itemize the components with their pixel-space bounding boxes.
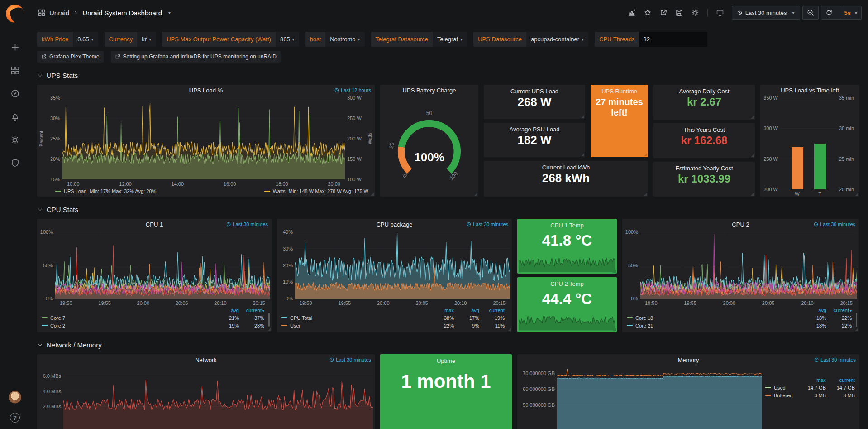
cpu-package-graph[interactable]: 40%30%20%10%0%19:5019:5520:0020:0520:102… [277, 230, 512, 306]
plot-area[interactable] [295, 232, 510, 299]
section-network-memory[interactable]: Network / Memory [37, 338, 861, 352]
panel-time-override[interactable]: Last 12 hours [334, 87, 371, 93]
sidebar-item-configuration[interactable] [10, 134, 20, 145]
network-graph[interactable]: 6.0 MBs4.0 MBs2.0 MBs [37, 366, 375, 429]
section-ups-stats[interactable]: UPS Stats [37, 68, 861, 82]
legend-series-name[interactable]: Core 7 [42, 315, 214, 321]
panel-time-override[interactable]: Last 30 minutes [814, 357, 856, 362]
legend-header-current[interactable]: current▾ [239, 308, 264, 313]
legend-header-avg[interactable]: avg [454, 308, 479, 313]
legend-series-name[interactable]: Core 21 [627, 323, 801, 328]
dashboard-link-plex-theme[interactable]: Grafana Plex Theme [37, 51, 104, 63]
cpu-threads-input[interactable] [639, 32, 707, 47]
legend-series-name[interactable]: Buffered [765, 393, 797, 398]
panel-title[interactable]: UPS Load % [189, 87, 223, 94]
panel-title[interactable]: Estimated Yearly Cost [675, 165, 733, 172]
legend-series-name[interactable]: UPS Load [64, 188, 86, 194]
legend-header-avg[interactable]: avg [801, 308, 826, 313]
plot-area[interactable] [63, 367, 373, 429]
variable-value[interactable]: Nostromo▾ [325, 32, 364, 47]
sidebar-item-create[interactable] [10, 42, 20, 53]
panel-title[interactable]: CPU package [376, 221, 412, 228]
plot-area[interactable] [62, 98, 345, 179]
ups-load-graph[interactable]: Percent35%30%25%20%15%10:0012:0014:0016:… [37, 96, 375, 187]
section-cpu-stats[interactable]: CPU Stats [37, 202, 861, 216]
sidebar-item-alerting[interactable] [10, 111, 20, 122]
panel-title[interactable]: Network [195, 357, 217, 363]
sidebar-item-explore[interactable] [10, 88, 20, 99]
panel-title[interactable]: Current Load kWh [542, 164, 590, 171]
panel-time-override[interactable]: Last 30 minutes [814, 222, 855, 227]
plot-area[interactable] [55, 232, 270, 299]
sidebar-item-dashboards[interactable] [10, 65, 20, 76]
memory-graph[interactable]: 70.000000 GB60.000000 GB50.000000 GB [517, 366, 763, 429]
add-panel-button[interactable] [625, 6, 639, 19]
legend-header-current[interactable]: current [826, 377, 855, 383]
panel-title[interactable]: CPU 1 Temp [550, 222, 583, 229]
legend-scrollbar[interactable] [268, 313, 270, 327]
star-dashboard-button[interactable] [641, 6, 654, 19]
grafana-logo[interactable] [6, 5, 24, 23]
variable-ups-max-output[interactable]: UPS Max Output Power Capacity (Watt) 865… [162, 32, 299, 47]
legend-header-avg[interactable]: avg [214, 308, 239, 313]
panel-title[interactable]: CPU 2 [732, 221, 749, 228]
zoom-out-button[interactable] [802, 6, 819, 20]
legend-header-max[interactable]: max [797, 377, 826, 383]
variable-kwh-price[interactable]: kWh Price 0.65▾ [37, 32, 98, 47]
variable-cpu-threads[interactable]: CPU Threads [595, 32, 707, 47]
panel-time-override[interactable]: Last 30 minutes [329, 357, 371, 362]
save-dashboard-button[interactable] [672, 6, 686, 19]
legend-header-max[interactable]: max [429, 308, 454, 313]
variable-currency[interactable]: Currency kr▾ [105, 32, 156, 47]
panel-time-override[interactable]: Last 30 minutes [467, 222, 508, 227]
panel-title[interactable]: UPS Load vs Time left [781, 87, 839, 94]
refresh-interval-button[interactable]: 5s ▾ [840, 6, 862, 19]
panel-title[interactable]: Current UPS Load [510, 88, 558, 95]
legend-header-current[interactable]: current [479, 308, 505, 313]
dashboard-title[interactable]: Unraid System Dashboard [82, 9, 162, 17]
legend-series-name[interactable]: Watts [273, 188, 286, 194]
sidebar-item-server-admin[interactable] [10, 157, 20, 168]
user-avatar[interactable] [9, 391, 21, 404]
legend-series-name[interactable]: Core 18 [627, 315, 801, 321]
variable-value[interactable]: kr▾ [137, 32, 156, 47]
panel-title[interactable]: UPS Runtime [601, 88, 637, 95]
bar-W[interactable] [792, 147, 803, 189]
refresh-button[interactable] [821, 6, 837, 19]
legend-scrollbar[interactable] [856, 313, 857, 327]
panel-title[interactable]: CPU 2 Temp [550, 280, 583, 287]
legend-series-name[interactable]: Used [765, 385, 797, 390]
panel-time-override[interactable]: Last 30 minutes [226, 222, 268, 227]
panel-title[interactable]: CPU 1 [146, 221, 163, 228]
share-dashboard-button[interactable] [657, 6, 670, 19]
legend-header-current[interactable]: current▾ [826, 308, 852, 313]
plot-area[interactable] [557, 367, 762, 429]
dashboard-link-ups-guide[interactable]: Setting up Grafana and InfluxDB for UPS … [111, 51, 281, 63]
panel-title[interactable]: Average PSU Load [509, 126, 559, 133]
plot-area[interactable] [640, 232, 857, 299]
variable-value[interactable]: 865▾ [276, 32, 299, 47]
panel-title[interactable]: Average Daily Cost [679, 88, 729, 95]
variable-value[interactable]: Telegraf▾ [433, 32, 467, 47]
variable-telegraf-datasource[interactable]: Telegraf Datasource Telegraf▾ [371, 32, 467, 47]
variable-ups-datasource[interactable]: UPS Datasource apcupsd-container▾ [473, 32, 588, 47]
time-range-picker[interactable]: Last 30 minutes ▾ [732, 6, 800, 20]
breadcrumb-folder[interactable]: Unraid [49, 9, 69, 17]
legend-series-name[interactable]: User [281, 323, 429, 328]
variable-value[interactable]: apcupsd-container▾ [526, 32, 588, 47]
bar-T[interactable] [814, 144, 826, 189]
legend-series-name[interactable]: CPU Total [281, 315, 429, 321]
panel-title[interactable]: This Years Cost [683, 126, 725, 133]
variable-value[interactable]: 0.65▾ [73, 32, 98, 47]
dashboard-settings-button[interactable] [688, 6, 702, 19]
panel-title[interactable]: UPS Battery Charge [403, 87, 456, 94]
legend-series-name[interactable]: Core 2 [42, 323, 214, 328]
cpu2-graph[interactable]: 100%50%0%19:5019:5520:0020:0520:1020:15 [622, 230, 859, 306]
cycle-view-mode-button[interactable] [713, 6, 727, 19]
help-icon[interactable]: ? [10, 413, 20, 423]
variable-host[interactable]: host Nostromo▾ [305, 32, 365, 47]
cpu1-graph[interactable]: 100%50%0%19:5019:5520:0020:0520:1020:15 [37, 230, 272, 306]
panel-title[interactable]: Uptime [437, 357, 455, 364]
panel-title[interactable]: Memory [678, 357, 699, 363]
title-caret-icon[interactable]: ▾ [168, 10, 171, 15]
